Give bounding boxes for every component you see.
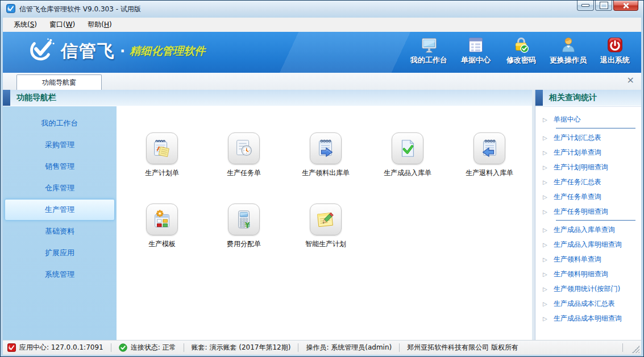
query-item-10[interactable]: ▷生产领料明细查询 <box>535 267 641 281</box>
brand: 信管飞 · 精细化管理软件 <box>27 37 205 65</box>
window-controls <box>577 1 638 11</box>
production-template-button[interactable] <box>146 204 178 235</box>
triangle-bullet-icon: ▷ <box>543 135 547 141</box>
triangle-bullet-icon: ▷ <box>543 164 547 171</box>
query-item-11[interactable]: ▷生产领用统计(按部门) <box>535 281 641 296</box>
workbench-icon <box>421 36 438 53</box>
query-item-4[interactable]: ▷生产任务汇总表 <box>535 175 641 189</box>
sidebar-item-2[interactable]: 销售管理 <box>5 156 115 177</box>
status-divider <box>111 343 111 352</box>
status-bar: 应用中心: 127.0.0.1:7091 连接状态: 正常 账套: 演示账套 (… <box>3 340 641 355</box>
sidebar-item-6[interactable]: 扩展应用 <box>5 242 115 264</box>
finished-in-icon <box>397 138 418 159</box>
doc-center-button[interactable]: 单据中心 <box>459 36 493 65</box>
sidebar-item-7[interactable]: 系统管理 <box>5 264 115 285</box>
menu-window[interactable]: 窗口(W) <box>43 18 81 32</box>
sidebar-item-label: 销售管理 <box>45 161 74 172</box>
query-item-label: 生产任务汇总表 <box>554 177 601 187</box>
sidebar-item-3[interactable]: 仓库管理 <box>5 177 115 199</box>
query-item-8[interactable]: ▷生产成品入库明细查询 <box>535 237 641 252</box>
nav-region: 功能导航栏 我的工作台采购管理销售管理仓库管理生产管理基础资料扩展应用系统管理 … <box>3 90 532 340</box>
resize-grip[interactable] <box>632 346 639 353</box>
triangle-bullet-icon: ▷ <box>543 301 547 307</box>
menu-label: ) <box>73 20 76 28</box>
menu-help[interactable]: 帮助(H) <box>81 18 118 32</box>
content-area: 功能导航栏 我的工作台采购管理销售管理仓库管理生产管理基础资料扩展应用系统管理 … <box>3 90 641 340</box>
maximize-button[interactable] <box>595 1 612 11</box>
workbench-button[interactable]: 我的工作台 <box>410 36 447 65</box>
shortcut-3: 生产成品入库单 <box>367 132 448 204</box>
change-password-button[interactable]: 修改密码 <box>504 36 538 65</box>
query-item-3[interactable]: ▷生产计划明细查询 <box>535 160 641 175</box>
shortcut-5: 生产模板 <box>121 204 203 275</box>
query-divider <box>556 128 635 128</box>
toolbar-label: 我的工作台 <box>410 55 447 65</box>
query-item-5[interactable]: ▷生产任务单查询 <box>535 189 641 204</box>
status-app-center: 应用中心: 127.0.0.1:7091 <box>19 343 103 352</box>
triangle-bullet-icon: ▷ <box>543 150 547 156</box>
triangle-bullet-icon: ▷ <box>543 209 547 215</box>
exit-system-icon <box>606 36 624 53</box>
brand-name: 信管飞 <box>61 40 115 63</box>
triangle-bullet-icon: ▷ <box>543 286 547 292</box>
production-task-button[interactable] <box>228 132 260 164</box>
query-item-label: 生产计划汇总表 <box>554 133 601 143</box>
tab-function-nav[interactable]: 功能导航窗 <box>16 74 102 90</box>
sidebar-item-label: 采购管理 <box>45 140 74 150</box>
toolbar-label: 退出系统 <box>600 55 630 65</box>
query-item-label: 生产成品入库明细查询 <box>554 240 622 250</box>
close-button[interactable] <box>613 1 638 11</box>
minimize-icon <box>581 4 589 7</box>
material-out-button[interactable] <box>310 132 342 164</box>
production-plan-icon <box>151 138 173 159</box>
status-copyright: 郑州亚拓软件科技有限公司 版权所有 <box>407 343 518 352</box>
sidebar-item-0[interactable]: 我的工作台 <box>5 113 115 134</box>
query-item-9[interactable]: ▷生产领料单查询 <box>535 252 641 267</box>
close-icon <box>622 2 629 9</box>
production-plan-button[interactable] <box>146 132 178 164</box>
menu-label: 帮助( <box>88 20 104 28</box>
exit-system-button[interactable]: 退出系统 <box>598 36 632 65</box>
query-panel-title: 相关查询统计 <box>549 93 597 103</box>
triangle-bullet-icon: ▷ <box>543 117 547 123</box>
material-return-button[interactable] <box>473 132 505 164</box>
shortcut-grid: 生产计划单生产任务单生产领料出库单生产成品入库单生产退料入库单生产模板¥费用分配… <box>117 106 532 340</box>
production-template-icon <box>151 209 173 230</box>
query-item-2[interactable]: ▷生产计划单查询 <box>535 145 641 160</box>
query-item-12[interactable]: ▷生产成品成本汇总表 <box>535 296 641 311</box>
triangle-bullet-icon: ▷ <box>543 271 547 277</box>
query-item-label: 生产计划明细查询 <box>554 163 608 172</box>
tab-close-icon[interactable]: × <box>627 76 634 85</box>
triangle-bullet-icon: ▷ <box>543 316 547 322</box>
query-item-0[interactable]: ▷单据中心 <box>535 112 641 127</box>
status-divider <box>184 343 184 352</box>
smart-plan-button[interactable] <box>310 204 342 235</box>
menu-system[interactable]: 系统(S) <box>7 18 43 32</box>
change-operator-button[interactable]: 更换操作员 <box>550 36 587 65</box>
sidebar: 我的工作台采购管理销售管理仓库管理生产管理基础资料扩展应用系统管理 <box>3 106 117 340</box>
query-item-label: 生产成品成本明细查询 <box>554 314 622 323</box>
sidebar-item-5[interactable]: 基础资料 <box>5 221 115 242</box>
query-item-7[interactable]: ▷生产成品入库单查询 <box>535 222 641 237</box>
toolbar-label: 单据中心 <box>461 55 491 65</box>
change-operator-icon <box>560 36 577 53</box>
header-accent-block <box>535 90 543 106</box>
shortcut-label: 费用分配单 <box>227 239 261 249</box>
query-item-13[interactable]: ▷生产成品成本明细查询 <box>535 311 641 326</box>
expense-allocation-button[interactable]: ¥ <box>228 204 260 235</box>
menu-label: ) <box>109 20 112 28</box>
header-accent-block <box>3 90 10 106</box>
tab-label: 功能导航窗 <box>42 78 76 88</box>
shortcut-label: 生产模板 <box>148 239 176 249</box>
query-item-6[interactable]: ▷生产任务明细查询 <box>535 204 641 219</box>
query-item-1[interactable]: ▷生产计划汇总表 <box>535 130 641 145</box>
sidebar-item-1[interactable]: 采购管理 <box>5 134 115 156</box>
minimize-button[interactable] <box>577 1 594 11</box>
finished-in-button[interactable] <box>392 132 423 164</box>
connection-ok-icon <box>119 343 127 352</box>
title-bar[interactable]: 信管飞仓库管理软件 V9.0.303 - 试用版 <box>1 1 643 18</box>
sidebar-item-4[interactable]: 生产管理 <box>5 199 115 221</box>
status-divider <box>622 343 623 352</box>
menu-hotkey: H <box>104 20 109 28</box>
brand-logo-icon <box>27 37 55 65</box>
